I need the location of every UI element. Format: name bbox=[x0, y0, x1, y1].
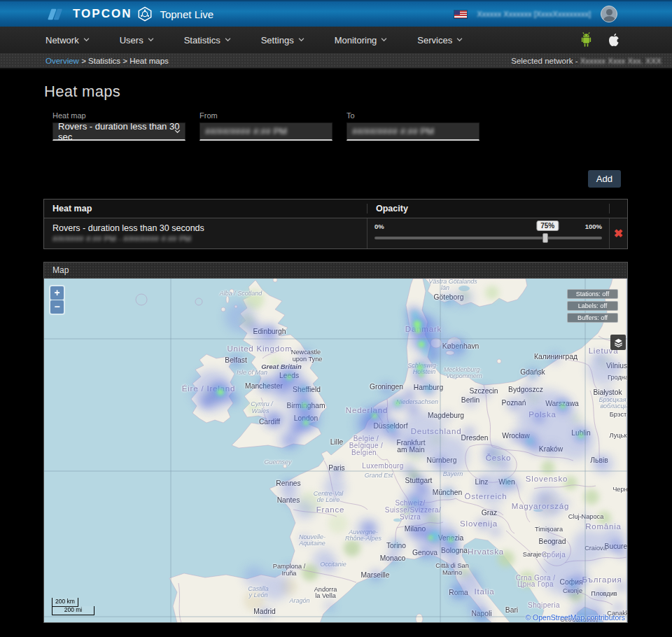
breadcrumb-overview[interactable]: Overview bbox=[46, 57, 79, 65]
layers-button[interactable] bbox=[610, 335, 626, 350]
map-label: Sheffield bbox=[293, 386, 321, 393]
opacity-slider-handle[interactable] bbox=[542, 233, 548, 243]
add-button[interactable]: Add bbox=[588, 170, 621, 188]
nav-item-settings[interactable]: Settings bbox=[260, 35, 319, 46]
brand-logo[interactable]: TOPCON Topnet Live bbox=[45, 6, 214, 22]
user-name-redacted[interactable]: Xxxxxx Xxxxxxx [XxxxXxxxxxxxx] bbox=[477, 10, 591, 18]
to-input[interactable]: ##/##/#### #:## PM bbox=[346, 122, 479, 141]
nav-item-services[interactable]: Services bbox=[416, 35, 477, 46]
heatmap-select[interactable]: Rovers - duration less than 30 sec bbox=[52, 122, 186, 141]
map-label: Białystok bbox=[593, 388, 622, 396]
map-label: Suisse/Svizzera/ bbox=[385, 506, 441, 514]
map-label: Milano bbox=[405, 525, 426, 533]
topnet-hexagon-icon bbox=[137, 6, 153, 22]
map-label: Marseille bbox=[360, 571, 389, 579]
map-label: Црна Гора bbox=[517, 580, 554, 588]
language-flag-icon[interactable] bbox=[454, 10, 467, 18]
map-label: Bologna bbox=[441, 547, 468, 554]
apple-app-icon[interactable] bbox=[608, 32, 620, 48]
layers-icon bbox=[613, 337, 624, 348]
row-date-range-redacted: #/#/#### #:## PM - #/##/#### #:## PM bbox=[52, 234, 367, 243]
chevron-down-icon bbox=[225, 38, 231, 42]
map-toggle-buffers[interactable]: Buffers: off bbox=[567, 313, 618, 323]
zoom-in-button[interactable]: + bbox=[50, 286, 64, 300]
from-value-redacted: ##/##/#### #:## PM bbox=[205, 126, 287, 136]
map-label: Craiova bbox=[584, 545, 607, 552]
map-label: Occitanie bbox=[320, 561, 346, 568]
map-label: Roma bbox=[449, 589, 468, 596]
breadcrumb-bar: Overview > Statistics > Heat maps Select… bbox=[0, 53, 672, 69]
map-label: Nantes bbox=[277, 496, 300, 504]
map-label: Bari bbox=[505, 606, 518, 614]
map-attribution[interactable]: © OpenStreetMap contributors bbox=[525, 613, 625, 622]
page-title: Heat maps bbox=[44, 83, 672, 101]
nav-item-users[interactable]: Users bbox=[119, 35, 169, 46]
map-label: Скопје bbox=[563, 587, 582, 594]
main-nav: NetworkUsersStatisticsSettingsMonitoring… bbox=[0, 27, 672, 53]
heatmap-form: Heat map Rovers - duration less than 30 … bbox=[52, 111, 672, 141]
map-label: Iruña bbox=[282, 570, 297, 577]
row-heatmap-name: Rovers - duration less than 30 seconds bbox=[52, 223, 367, 233]
map-label: Wrocław bbox=[502, 432, 529, 440]
brand-name: TOPCON bbox=[73, 7, 132, 21]
map-label: Göteborg bbox=[434, 293, 464, 301]
map-label: Marino bbox=[442, 569, 462, 576]
product-name: Topnet Live bbox=[160, 8, 214, 20]
table-row: Rovers - duration less than 30 seconds #… bbox=[44, 218, 627, 248]
map-label: Österreich bbox=[464, 492, 507, 500]
map-base-layer bbox=[44, 279, 627, 622]
from-input[interactable]: ##/##/#### #:## PM bbox=[200, 122, 332, 141]
map-label: Éire / Ireland bbox=[182, 384, 235, 393]
topcon-slashes-icon bbox=[45, 8, 67, 20]
map-toggle-labels[interactable]: Labels: off bbox=[567, 301, 618, 311]
map-toggle-buttons: Stations: offLabels: offBuffers: off bbox=[567, 289, 618, 323]
map-label: la Vella bbox=[315, 592, 336, 599]
avatar[interactable] bbox=[601, 6, 617, 22]
map-label: Polska bbox=[528, 410, 556, 419]
zoom-out-button[interactable]: − bbox=[50, 300, 64, 314]
map-label: Magyarország bbox=[512, 502, 569, 510]
map-label: Deutschland bbox=[411, 427, 462, 435]
map-label: Львів bbox=[590, 456, 608, 464]
map-label: Andorra bbox=[314, 586, 337, 593]
map-label: Луцьк bbox=[610, 432, 627, 439]
nav-item-statistics[interactable]: Statistics bbox=[183, 35, 246, 46]
map-toggle-stations[interactable]: Stations: off bbox=[567, 289, 618, 299]
map-label: Poznań bbox=[502, 399, 526, 407]
map-label: Monaco bbox=[380, 554, 406, 562]
map-label: Timișoara bbox=[535, 526, 563, 533]
opacity-min-label: 0% bbox=[374, 223, 384, 230]
map-label: Centre-Val bbox=[314, 490, 344, 497]
map-label: Luxembourg bbox=[362, 462, 404, 470]
map-label: Linz bbox=[475, 478, 489, 486]
map-label: Aquitaine bbox=[299, 540, 326, 547]
map-label: Belgique / bbox=[349, 442, 383, 449]
map[interactable]: Alba / ScotlandEdinburghUnited KingdomNe… bbox=[44, 279, 627, 622]
map-label: Rennes bbox=[276, 479, 301, 487]
to-label: To bbox=[346, 111, 479, 120]
top-bar: TOPCON Topnet Live Xxxxxx Xxxxxxx [XxxxX… bbox=[0, 0, 672, 27]
map-label: Berlin bbox=[461, 396, 479, 404]
map-label: United Kingdom bbox=[227, 344, 292, 353]
map-label: Italia bbox=[474, 587, 494, 596]
nav-item-network[interactable]: Network bbox=[45, 35, 104, 46]
map-label: Lille bbox=[330, 438, 343, 446]
map-label: България bbox=[582, 575, 622, 584]
zoom-control: + − bbox=[49, 285, 65, 315]
opacity-slider[interactable] bbox=[374, 237, 602, 239]
column-heatmap: Heat map bbox=[44, 204, 368, 214]
map-label: Dresden bbox=[461, 434, 489, 442]
nav-item-monitoring[interactable]: Monitoring bbox=[334, 35, 402, 46]
map-label: London bbox=[294, 414, 318, 422]
map-label: Slovenija bbox=[460, 519, 498, 528]
map-label: Rhône-Alpes bbox=[345, 535, 382, 542]
android-app-icon[interactable] bbox=[579, 31, 594, 48]
map-label: Danmark bbox=[405, 325, 442, 333]
delete-row-button[interactable]: ✖ bbox=[614, 228, 623, 239]
map-scalebar: 200 km 200 mi bbox=[52, 598, 94, 615]
map-panel-title: Map bbox=[44, 262, 627, 279]
map-label: Groningen bbox=[370, 383, 403, 391]
map-label: Newcastle bbox=[291, 349, 321, 356]
map-label: Stuttgart bbox=[405, 477, 433, 484]
map-label: Чернівці bbox=[612, 486, 627, 493]
